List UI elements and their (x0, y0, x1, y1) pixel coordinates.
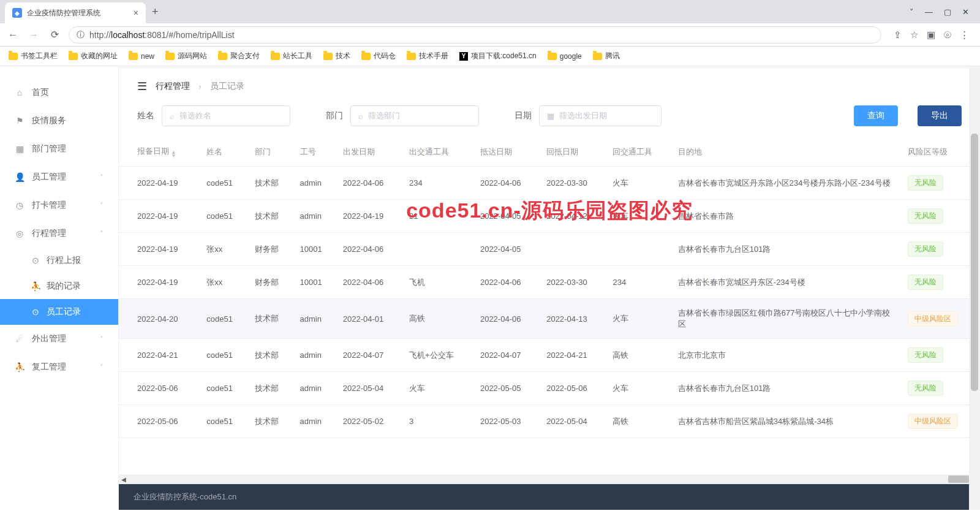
sidebar-item-2[interactable]: ▦部门管理 (0, 135, 118, 163)
table-cell: 2022-04-07 (474, 339, 540, 372)
bookmark-item[interactable]: 站长工具 (271, 51, 312, 61)
risk-badge: 无风险 (908, 381, 943, 396)
table-cell: code51 (200, 299, 248, 339)
close-icon[interactable]: × (134, 8, 138, 18)
content-panel: ☰ 行程管理 › 员工记录 姓名 ⌕ 筛选姓名 部门 ⌕ 筛选部门 (119, 69, 980, 484)
profile-icon[interactable]: ⦾ (944, 29, 951, 40)
close-window-icon[interactable]: ✕ (962, 7, 969, 17)
table-cell: 张xx (200, 266, 248, 299)
breadcrumb-item[interactable]: 行程管理 (156, 81, 190, 92)
maximize-icon[interactable]: ▢ (944, 7, 951, 17)
bookmark-item[interactable]: 技术手册 (407, 51, 448, 61)
address-bar[interactable]: ⓘ http://localhost:8081/#/home/tripAllLi… (69, 26, 881, 44)
column-header[interactable]: 出交通工具 (403, 137, 474, 167)
column-header[interactable]: 姓名 (200, 137, 248, 167)
column-header[interactable]: 部门 (249, 137, 294, 167)
chevron-down-icon: ˅ (100, 173, 104, 181)
bookmark-item[interactable]: 技术 (323, 51, 350, 61)
panel-icon[interactable]: ▣ (927, 29, 935, 40)
scroll-left-icon[interactable]: ◀ (119, 476, 129, 483)
table-cell: 2022-05-05 (474, 372, 540, 405)
back-icon[interactable]: ← (6, 29, 20, 40)
browser-tab-strip: ◆ 企业疫情防控管理系统 × + ˅ ― ▢ ✕ (0, 0, 980, 23)
table-row[interactable]: 2022-04-19张xx财务部100012022-04-06飞机2022-04… (119, 266, 980, 299)
bookmark-item[interactable]: 收藏的网址 (69, 51, 118, 61)
bookmark-item[interactable]: 腾讯 (593, 51, 620, 61)
bookmark-item[interactable]: new (129, 52, 154, 61)
browser-tab[interactable]: ◆ 企业疫情防控管理系统 × (5, 2, 146, 23)
query-button[interactable]: 查询 (854, 105, 898, 126)
search-icon: ⌕ (170, 112, 175, 121)
calendar-icon: ▦ (547, 112, 554, 121)
minimize-icon[interactable]: ― (925, 7, 933, 17)
browser-toolbar: ← → ⟳ ⓘ http://localhost:8081/#/home/tri… (0, 23, 980, 47)
forward-icon: → (27, 29, 40, 40)
table-row[interactable]: 2022-04-19张xx财务部100012022-04-062022-04-0… (119, 233, 980, 266)
bookmark-item[interactable]: Y项目下载:code51.cn (459, 51, 537, 61)
table-cell: 2022-05-04 (540, 405, 606, 438)
sidebar-item-3[interactable]: 👤员工管理˅ (0, 163, 118, 191)
risk-badge: 中级风险区 (908, 414, 958, 429)
sidebar-item-7[interactable]: ⛹复工管理˅ (0, 353, 118, 381)
vertical-scrollbar[interactable] (969, 66, 980, 510)
bookmark-item[interactable]: google (548, 52, 582, 61)
table-cell: 火车 (606, 299, 671, 339)
chevron-down-icon[interactable]: ˅ (910, 7, 914, 17)
chevron-down-icon: ˅ (100, 363, 104, 371)
suitcase-icon: ☄ (15, 334, 24, 344)
share-icon[interactable]: ⇪ (894, 29, 902, 40)
risk-cell: 无风险 (902, 233, 980, 266)
menu-icon[interactable]: ⋮ (960, 29, 969, 40)
sidebar-sub-item[interactable]: ⊙行程上报 (0, 248, 118, 273)
column-header[interactable]: 工号 (294, 137, 337, 167)
column-header[interactable]: 出发日期 (337, 137, 403, 167)
bookmark-item[interactable]: 书签工具栏 (9, 51, 58, 61)
bookmark-item[interactable]: 代码仓 (361, 51, 396, 61)
table-cell: 技术部 (249, 372, 294, 405)
name-input[interactable]: ⌕ 筛选姓名 (162, 105, 290, 126)
chevron-down-icon: ˅ (100, 202, 104, 210)
reload-icon[interactable]: ⟳ (48, 29, 61, 40)
table-cell: 2022-04-06 (474, 266, 540, 299)
folder-icon (69, 53, 78, 60)
sort-icon[interactable]: ▲▼ (171, 150, 176, 157)
bookmark-item[interactable]: 源码网站 (165, 51, 207, 61)
star-icon[interactable]: ☆ (910, 29, 918, 40)
new-tab-button[interactable]: + (152, 6, 159, 18)
date-input[interactable]: ▦ 筛选出发日期 (539, 105, 662, 126)
table-cell: 2022-04-06 (337, 233, 403, 266)
dept-filter-label: 部门 (326, 110, 343, 121)
column-header[interactable]: 风险区等级 (902, 137, 980, 167)
scroll-thumb[interactable] (971, 134, 978, 391)
table-row[interactable]: 2022-05-06code51技术部admin2022-05-0232022-… (119, 405, 980, 438)
dept-input[interactable]: ⌕ 筛选部门 (350, 105, 479, 126)
column-header[interactable]: 抵达日期 (474, 137, 540, 167)
bookmark-item[interactable]: 聚合支付 (218, 51, 260, 61)
tab-title: 企业疫情防控管理系统 (27, 8, 129, 18)
horizontal-scrollbar[interactable]: ◀ ▶ (119, 474, 980, 484)
sidebar-sub-item[interactable]: ⛹我的记录 (0, 273, 118, 299)
sidebar-item-1[interactable]: ⚑疫情服务 (0, 107, 118, 135)
shield-icon: ◆ (12, 8, 22, 18)
table-row[interactable]: 2022-04-19code51技术部admin2022-04-19212022… (119, 200, 980, 233)
export-button[interactable]: 导出 (918, 105, 962, 126)
sidebar-item-0[interactable]: ⌂首页 (0, 78, 118, 107)
table-row[interactable]: 2022-05-06code51技术部admin2022-05-04火车2022… (119, 372, 980, 405)
table-row[interactable]: 2022-04-19code51技术部admin2022-04-06234202… (119, 167, 980, 200)
column-header[interactable]: 回抵日期 (540, 137, 606, 167)
table-cell: 2022-04-06 (337, 266, 403, 299)
table-cell: 飞机 (403, 266, 474, 299)
sidebar-item-5[interactable]: ◎行程管理˄ (0, 219, 118, 248)
user-icon: 👤 (15, 172, 24, 182)
sidebar-item-6[interactable]: ☄外出管理˅ (0, 325, 118, 353)
column-header[interactable]: 报备日期▲▼ (119, 137, 200, 167)
column-header[interactable]: 目的地 (672, 137, 902, 167)
table-row[interactable]: 2022-04-21code51技术部admin2022-04-07飞机+公交车… (119, 339, 980, 372)
info-icon[interactable]: ⓘ (77, 29, 85, 40)
sidebar-sub-item[interactable]: ⊙员工记录 (0, 299, 118, 325)
table-row[interactable]: 2022-04-20code51技术部admin2022-04-01高铁2022… (119, 299, 980, 339)
column-header[interactable]: 回交通工具 (606, 137, 671, 167)
hamburger-icon[interactable]: ☰ (137, 80, 147, 93)
sidebar-item-4[interactable]: ◷打卡管理˅ (0, 191, 118, 219)
scroll-thumb[interactable] (948, 476, 969, 483)
